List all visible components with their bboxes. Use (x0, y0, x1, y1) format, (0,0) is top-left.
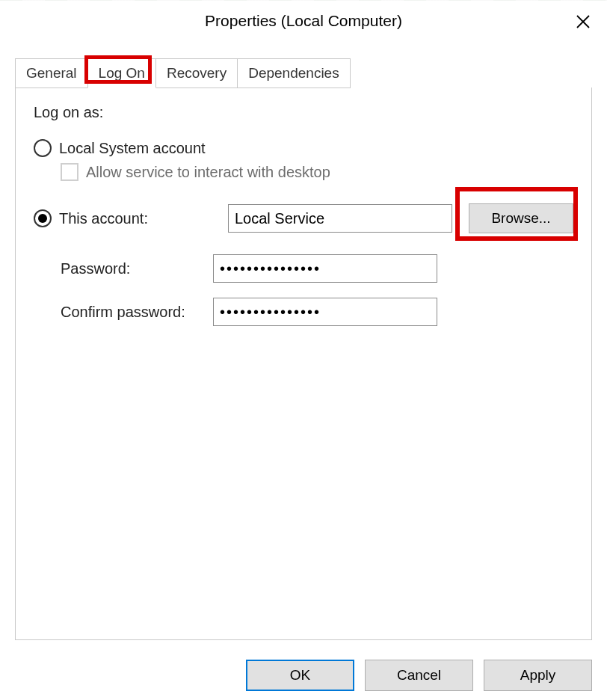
tab-general[interactable]: General (15, 58, 88, 88)
radio-this-account-label[interactable]: This account: (59, 210, 148, 227)
password-input[interactable] (213, 254, 437, 283)
allow-desktop-label: Allow service to interact with desktop (86, 164, 330, 181)
confirm-password-input[interactable] (213, 298, 437, 326)
password-row: Password: (34, 254, 573, 283)
dialog-button-bar: OK Cancel Apply (246, 660, 592, 691)
confirm-password-label: Confirm password: (34, 304, 213, 321)
close-button[interactable] (570, 10, 597, 33)
tab-log-on[interactable]: Log On (87, 58, 156, 88)
this-account-row: This account: Browse... (34, 203, 573, 233)
radio-this-account[interactable] (34, 209, 52, 227)
this-account-input[interactable] (228, 204, 452, 233)
allow-desktop-checkbox (61, 163, 78, 181)
titlebar: Properties (Local Computer) (0, 0, 607, 42)
logon-as-label: Log on as: (34, 104, 573, 121)
allow-desktop-row: Allow service to interact with desktop (61, 163, 573, 181)
tab-recovery[interactable]: Recovery (155, 58, 238, 88)
confirm-password-row: Confirm password: (34, 298, 573, 326)
password-label: Password: (34, 260, 213, 277)
radio-local-system-label[interactable]: Local System account (59, 140, 206, 157)
tab-panel-log-on: Log on as: Local System account Allow se… (15, 88, 592, 640)
ok-button[interactable]: OK (246, 660, 354, 691)
browse-button[interactable]: Browse... (469, 203, 573, 233)
radio-row-local-system: Local System account (34, 139, 573, 157)
properties-dialog: Properties (Local Computer) General Log … (0, 0, 607, 700)
tab-strip: General Log On Recovery Dependencies (0, 55, 607, 88)
radio-local-system[interactable] (34, 139, 52, 157)
window-title: Properties (Local Computer) (205, 12, 402, 30)
apply-button[interactable]: Apply (484, 660, 592, 691)
cancel-button[interactable]: Cancel (365, 660, 473, 691)
close-icon (576, 14, 591, 29)
tab-dependencies[interactable]: Dependencies (237, 58, 350, 88)
